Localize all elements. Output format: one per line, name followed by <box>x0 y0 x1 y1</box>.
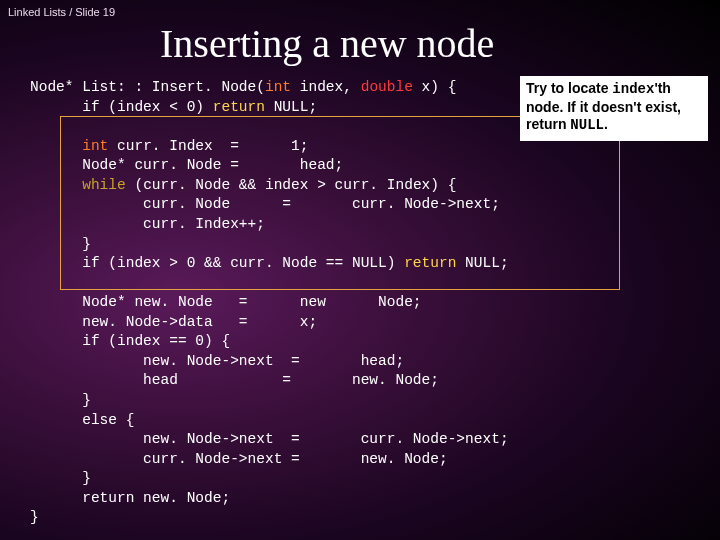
breadcrumb: Linked Lists / Slide 19 <box>8 6 115 18</box>
code-line: head = new. Node; <box>30 372 439 388</box>
code-line: new. Node->next = head; <box>30 353 404 369</box>
code-line <box>30 118 39 134</box>
highlight-box <box>60 116 620 290</box>
code-line: Node* new. Node = new Node; <box>30 294 422 310</box>
code-line: new. Node->next = curr. Node->next; <box>30 431 509 447</box>
callout-code2: NULL <box>570 117 604 133</box>
code-line: curr. Node->next = new. Node; <box>30 451 448 467</box>
code-line: } <box>30 509 39 525</box>
code-line: else { <box>30 412 134 428</box>
code-line: } <box>30 392 91 408</box>
callout-code: index <box>612 81 654 97</box>
page-title: Inserting a new node <box>160 20 494 67</box>
code-line: new. Node->data = x; <box>30 314 317 330</box>
code-line: Node* List: : Insert. Node(int index, do… <box>30 79 456 95</box>
code-line: return new. Node; <box>30 490 230 506</box>
code-line: if (index == 0) { <box>30 333 230 349</box>
code-line: } <box>30 470 91 486</box>
code-line <box>30 275 39 291</box>
callout-text3: . <box>604 116 608 132</box>
code-line: if (index < 0) return NULL; <box>30 99 317 115</box>
callout-text: Try to locate <box>526 80 608 96</box>
callout-box: Try to locate index'th node. If it doesn… <box>520 76 708 141</box>
